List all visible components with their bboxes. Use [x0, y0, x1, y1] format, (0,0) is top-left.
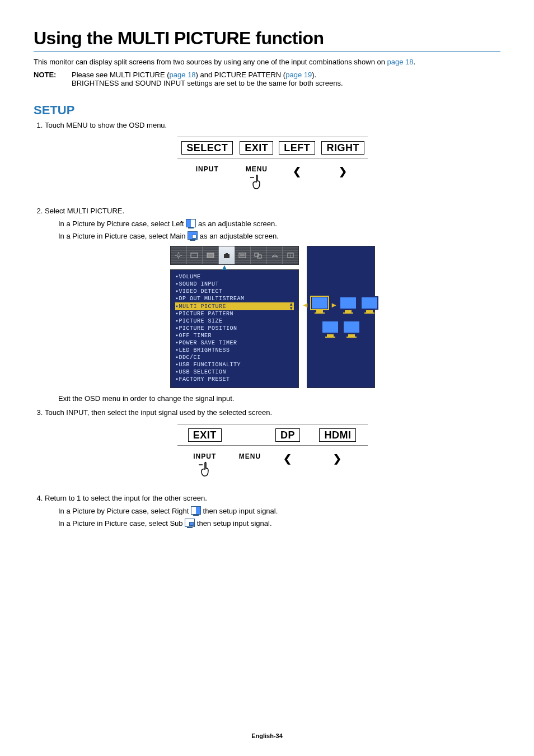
osd-item: ▪FACTORY PRESET	[175, 376, 294, 383]
link-page19[interactable]: page 19	[285, 71, 312, 79]
svg-text:i: i	[290, 254, 291, 258]
title-rule	[34, 51, 500, 52]
menu-tab-icon	[237, 251, 247, 259]
osd-item: ▪VOLUME	[175, 273, 294, 281]
osd-item: ▪LED BRIGHTNESS	[175, 347, 294, 354]
page-footer: English-34	[0, 732, 534, 739]
monitor-icon	[339, 296, 357, 314]
eco-tab-icon	[270, 251, 280, 259]
btn-left-label: LEFT	[279, 141, 315, 155]
monitor-icon	[343, 320, 360, 338]
btn-dp: DP	[275, 428, 300, 442]
step2-exit: Exit the OSD menu in order to change the…	[58, 394, 500, 404]
intro-paragraph: This monitor can display split screens f…	[34, 57, 500, 67]
osd-item: ▪VIDEO DETECT	[175, 288, 294, 295]
setup-heading: SETUP	[34, 103, 500, 118]
multi-tab-icon	[254, 251, 264, 259]
step4-pip: In a Picture in Picture case, select Sub…	[58, 519, 500, 529]
svg-rect-8	[224, 254, 229, 258]
color-tab-icon	[205, 251, 216, 259]
step2-pbp: In a Picture by Picture case, select Lef…	[58, 219, 500, 229]
monitor-icon	[360, 296, 378, 314]
osd-item-highlighted: ▪MULTI PICTURE▲▼	[175, 302, 294, 310]
osd-item: ▪PICTURE PATTERN	[175, 310, 294, 318]
right-screen-icon	[191, 506, 201, 515]
osd-item: ▪DP OUT MULTISTREAM	[175, 295, 294, 302]
step-3: Touch INPUT, then select the input signa…	[45, 407, 500, 484]
note-block: NOTE: Please see MULTI PICTURE (page 18)…	[34, 71, 500, 87]
link-page18[interactable]: page 18	[387, 58, 414, 66]
note-label: NOTE:	[34, 71, 65, 87]
note-line-2: BRIGHTNESS and SOUND INPUT settings are …	[72, 79, 343, 87]
figure-button-strip-1: SELECT EXIT LEFT RIGHT INPUT MENU	[177, 137, 368, 194]
chevron-right-icon: ❯	[333, 453, 342, 464]
osd-item: ▪PICTURE SIZE	[175, 318, 294, 325]
info-tab-icon: i	[285, 251, 296, 259]
main-screen-icon	[188, 231, 198, 240]
osd-item: ▪PICTURE POSITION	[175, 325, 294, 332]
step2-pip: In a Picture in Picture case, select Mai…	[58, 231, 500, 241]
svg-rect-10	[239, 253, 246, 258]
note-line-1: Please see MULTI PICTURE (page 18) and P…	[72, 71, 343, 79]
page-title: Using the MULTI PICTURE function	[34, 28, 500, 49]
brightness-tab-icon	[174, 251, 184, 259]
osd-active-arrow: ▲	[170, 265, 299, 269]
btn-select: SELECT	[181, 141, 233, 155]
arrow-left-icon: ◂	[303, 299, 307, 311]
step-2: Select MULTI PICTURE. In a Picture by Pi…	[45, 206, 500, 404]
monitor-icon-selected	[311, 296, 329, 314]
btn-menu: MENU	[237, 158, 277, 194]
osd-tab-bar: i	[170, 246, 299, 265]
chevron-right-icon: ❯	[339, 166, 348, 177]
figure-button-strip-2: EXIT DP HDMI INPUT	[177, 424, 368, 481]
osd-item: ▪USB SELECTION	[175, 368, 294, 376]
btn-menu-2: MENU	[232, 445, 268, 481]
osd-item: ▪USB FUNCTIONALITY	[175, 361, 294, 368]
btn-right-label: RIGHT	[321, 141, 364, 155]
link-page18-note[interactable]: page 18	[170, 71, 196, 79]
btn-exit: EXIT	[240, 141, 273, 155]
svg-rect-9	[226, 253, 228, 255]
svg-rect-7	[207, 253, 214, 258]
osd-item: ▪POWER SAVE TIMER	[175, 339, 294, 347]
step4-pbp: In a Picture by Picture case, select Rig…	[58, 506, 500, 516]
figure-osd-menu: i ▲ ▪VOLUME ▪SOUND INPUT ▪VIDEO DETECT ▪…	[45, 246, 500, 388]
hand-pointer-icon	[197, 461, 213, 478]
osd-preview-panel: ◂ ▸	[307, 246, 375, 388]
screen-tab-icon	[189, 251, 199, 259]
sub-screen-icon	[185, 519, 195, 527]
osd-item: ▪OFF TIMER	[175, 332, 294, 339]
svg-rect-6	[191, 253, 198, 258]
hand-pointer-icon	[249, 174, 264, 191]
monitor-icon	[321, 320, 339, 338]
chevron-left-icon: ❮	[293, 166, 302, 177]
btn-input-2: INPUT	[177, 445, 232, 481]
arrow-right-icon: ▸	[332, 299, 336, 311]
osd-menu-body: ▪VOLUME ▪SOUND INPUT ▪VIDEO DETECT ▪DP O…	[170, 269, 299, 388]
btn-input: INPUT	[177, 158, 237, 194]
btn-hdmi: HDMI	[319, 428, 356, 442]
btn-exit-2: EXIT	[188, 428, 222, 442]
step-1: Touch MENU to show the OSD menu. SELECT …	[45, 120, 500, 197]
osd-item: ▪SOUND INPUT	[175, 281, 294, 288]
left-screen-icon	[186, 219, 196, 227]
osd-item: ▪DDC/CI	[175, 354, 294, 361]
svg-point-1	[177, 254, 180, 257]
chevron-left-icon: ❮	[283, 453, 292, 464]
tools-tab-icon	[222, 251, 232, 259]
step-4: Return to 1 to select the input for the …	[45, 493, 500, 529]
